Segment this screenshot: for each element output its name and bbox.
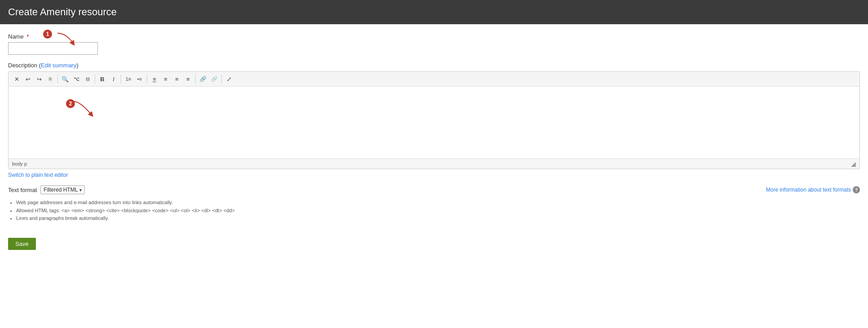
toolbar-showblocks-button[interactable]: ⊟ [82, 74, 93, 84]
editor-toolbar: ✕ ↩ ↪ ⎘ 🔍 ⌥ ⊟ B I 1 [9, 72, 859, 87]
editor-body[interactable]: 2 [9, 87, 859, 158]
toolbar-justify-button[interactable]: ≡ [183, 74, 193, 84]
format-select-value: Filtered HTML [44, 187, 78, 193]
toolbar-sep-6 [221, 74, 222, 83]
hint-item: Allowed HTML tags: <a> <em> <strong> <ci… [16, 207, 860, 215]
toolbar-ol-button[interactable]: 1≡ [123, 74, 134, 84]
toolbar-redo-button[interactable]: ↪ [34, 74, 44, 84]
toolbar-align-right-button[interactable]: ≡ [171, 74, 182, 84]
description-field-group: Description (Edit summary) ✕ ↩ ↪ ⎘ 🔍 ⌥ [8, 62, 860, 223]
text-format-left: Text format Filtered HTML ▾ [8, 185, 85, 194]
toolbar-sep-1 [57, 74, 58, 83]
toolbar-sep-2 [95, 74, 95, 83]
toolbar-source-button[interactable]: ⌥ [71, 74, 82, 84]
edit-summary-link[interactable]: Edit summary [41, 62, 76, 69]
editor-statusbar: body p ◢ [9, 158, 859, 169]
toolbar-align-left-button[interactable]: ≡ [149, 74, 160, 84]
main-content: Name * 1 Description (Edit summary) [0, 24, 868, 259]
more-info-link[interactable]: More information about text formats ? [766, 186, 860, 193]
toolbar-align-center-button[interactable]: ≡ [160, 74, 171, 84]
required-marker: * [26, 33, 29, 40]
page-title: Create Amenity resource [8, 6, 117, 17]
text-format-row: Text format Filtered HTML ▾ More informa… [8, 183, 860, 197]
toolbar-paste-button[interactable]: ⎘ [45, 74, 56, 84]
name-label: Name * 1 [8, 33, 29, 40]
toolbar-sep-5 [195, 74, 196, 83]
help-icon: ? [853, 186, 860, 193]
format-hints: Web page addresses and e-mail addresses … [8, 199, 860, 223]
toolbar-find-button[interactable]: 🔍 [60, 74, 70, 84]
resize-handle[interactable]: ◢ [851, 160, 856, 167]
toolbar-ul-button[interactable]: •≡ [134, 74, 145, 84]
annotation-arrow-2 [71, 99, 107, 122]
description-label: Description (Edit summary) [8, 62, 860, 69]
statusbar-text: body p [12, 161, 27, 166]
text-format-label: Text format [8, 187, 37, 193]
toolbar-sep-4 [147, 74, 147, 83]
editor-wrapper: ✕ ↩ ↪ ⎘ 🔍 ⌥ ⊟ B I 1 [8, 71, 860, 169]
annotation-badge-1: 1 [43, 30, 52, 39]
toolbar-unlink-button[interactable]: 🔗 [209, 74, 219, 84]
save-button[interactable]: Save [8, 238, 36, 250]
chevron-down-icon: ▾ [79, 188, 82, 192]
format-select[interactable]: Filtered HTML ▾ [40, 185, 85, 194]
toolbar-italic-button[interactable]: I [108, 74, 119, 84]
name-field-group: Name * 1 [8, 33, 860, 55]
toolbar-cut-button[interactable]: ✕ [11, 74, 22, 84]
toolbar-bold-button[interactable]: B [97, 74, 108, 84]
toolbar-sep-3 [121, 74, 121, 83]
hints-list: Web page addresses and e-mail addresses … [8, 199, 860, 223]
name-input[interactable] [8, 42, 98, 55]
hint-item: Lines and paragraphs break automatically… [16, 214, 860, 223]
toolbar-undo-button[interactable]: ↩ [22, 74, 33, 84]
annotation-badge-2: 2 [66, 99, 75, 108]
toolbar-link-button[interactable]: 🔗 [197, 74, 208, 84]
hint-item: Web page addresses and e-mail addresses … [16, 199, 860, 207]
switch-editor-link[interactable]: Switch to plain text editor [8, 172, 860, 178]
toolbar-fullscreen-button[interactable]: ⤢ [224, 74, 234, 84]
page-header: Create Amenity resource [0, 0, 868, 24]
